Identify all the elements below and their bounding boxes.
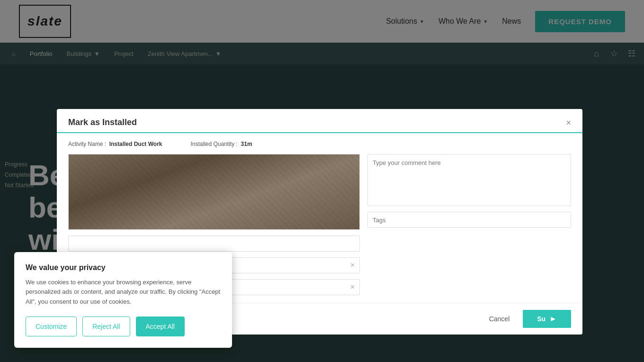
remove-tag-2-button[interactable]: × (350, 283, 355, 291)
modal-meta: Activity Name : Installed Duct Work Inst… (68, 141, 571, 147)
customize-button[interactable]: Customize (26, 317, 77, 336)
cookie-title: We value your privacy (26, 263, 221, 272)
image-preview (69, 154, 359, 229)
comment-textarea[interactable] (367, 154, 571, 206)
file-input-row (68, 235, 360, 252)
cookie-buttons: Customize Reject All Accept All (26, 317, 221, 336)
arrow-right-icon: ► (549, 315, 557, 323)
activity-name-field: Activity Name : Installed Duct Work (68, 141, 162, 147)
tags-input[interactable] (367, 212, 571, 228)
cancel-button[interactable]: Cancel (482, 311, 518, 326)
installed-qty-field: Installed Quantity : 31m (190, 141, 252, 147)
modal-title: Mark as Installed (68, 118, 137, 127)
installed-qty-label: Installed Quantity : (190, 141, 237, 147)
file-input[interactable] (69, 240, 359, 247)
submit-label: Su (537, 315, 546, 323)
remove-tag-1-button[interactable]: × (350, 261, 355, 270)
cookie-banner: We value your privacy We use cookies to … (14, 252, 232, 348)
accept-all-button[interactable]: Accept All (136, 317, 185, 336)
activity-name-label: Activity Name : (68, 141, 106, 147)
modal-right-panel (367, 154, 571, 295)
installed-qty-value: 31m (241, 141, 252, 147)
cookie-text: We use cookies to enhance your browsing … (26, 278, 221, 307)
image-upload-area[interactable] (68, 154, 360, 230)
reject-all-button[interactable]: Reject All (82, 317, 130, 336)
activity-name-value: Installed Duct Work (109, 141, 162, 147)
submit-button[interactable]: Su ► (523, 310, 571, 328)
modal-header: Mark as Installed × (57, 109, 582, 133)
modal-close-button[interactable]: × (566, 118, 571, 127)
